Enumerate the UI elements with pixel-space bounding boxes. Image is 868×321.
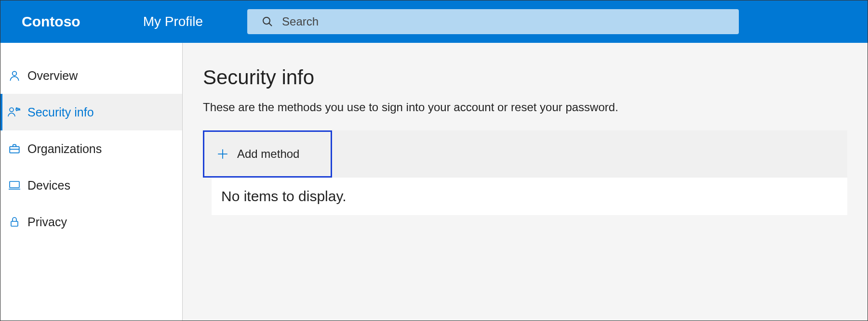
page-description: These are the methods you use to sign in… xyxy=(203,101,847,114)
methods-toolbar: Add method xyxy=(203,130,847,178)
sidebar-item-security-info[interactable]: Security info xyxy=(0,94,182,130)
sidebar-item-label: Privacy xyxy=(27,215,67,229)
empty-state-text: No items to display. xyxy=(221,188,347,204)
page-title: Security info xyxy=(203,66,847,89)
svg-point-2 xyxy=(13,71,17,76)
svg-rect-4 xyxy=(10,147,19,153)
svg-rect-7 xyxy=(11,221,18,226)
lock-icon xyxy=(7,215,22,229)
search-icon xyxy=(262,16,273,27)
sidebar-item-label: Organizations xyxy=(27,142,102,156)
sidebar-item-devices[interactable]: Devices xyxy=(0,167,182,204)
sidebar-item-label: Security info xyxy=(27,105,94,119)
brand-logo: Contoso xyxy=(22,13,80,30)
svg-point-3 xyxy=(10,108,13,112)
svg-point-0 xyxy=(263,17,270,24)
device-icon xyxy=(7,178,22,193)
briefcase-icon xyxy=(7,141,22,156)
search-container[interactable] xyxy=(247,9,739,34)
sidebar-item-label: Devices xyxy=(27,179,70,193)
svg-rect-6 xyxy=(10,181,19,188)
header: Contoso My Profile xyxy=(0,0,868,43)
empty-state: No items to display. xyxy=(212,178,847,215)
sidebar: Overview Security info Or xyxy=(0,43,183,321)
plus-icon xyxy=(216,147,229,161)
body: Overview Security info Or xyxy=(0,43,868,321)
svg-line-1 xyxy=(269,23,272,26)
add-method-button[interactable]: Add method xyxy=(203,130,332,178)
add-method-label: Add method xyxy=(237,147,299,161)
main-content: Security info These are the methods you … xyxy=(183,43,868,321)
sidebar-item-label: Overview xyxy=(27,69,78,83)
profile-title: My Profile xyxy=(143,14,203,29)
person-icon xyxy=(7,68,22,83)
sidebar-item-privacy[interactable]: Privacy xyxy=(0,204,182,240)
security-info-icon xyxy=(7,105,22,119)
search-input[interactable] xyxy=(282,15,724,28)
sidebar-item-organizations[interactable]: Organizations xyxy=(0,130,182,167)
sidebar-item-overview[interactable]: Overview xyxy=(0,57,182,94)
